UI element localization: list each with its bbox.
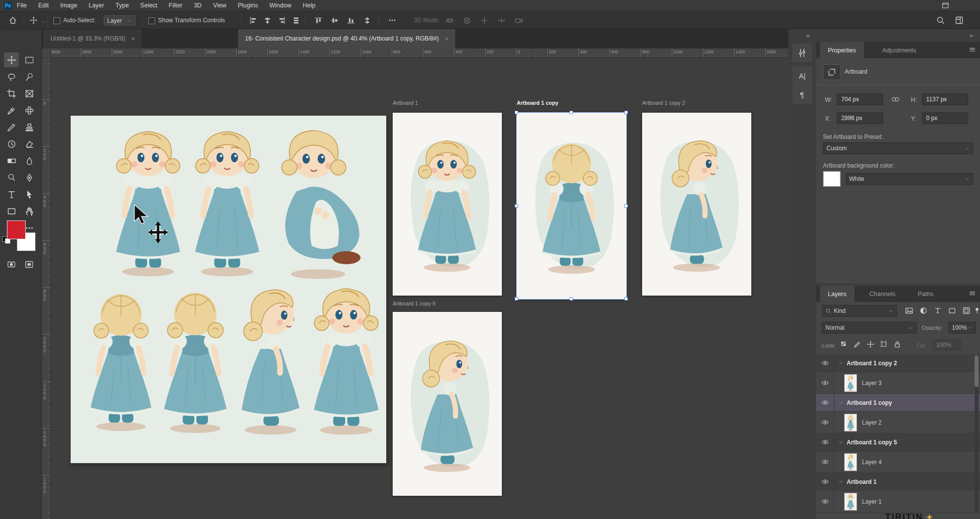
chevron-down-icon[interactable]: [838, 439, 844, 445]
artboard-1[interactable]: [393, 113, 502, 296]
chevron-down-icon[interactable]: [838, 479, 844, 484]
eye-icon[interactable]: [816, 491, 834, 512]
artboard-label-1-copy[interactable]: Artboard 1 copy: [517, 100, 558, 107]
align-bottom-icon[interactable]: [346, 15, 356, 25]
tab-paths[interactable]: Paths: [910, 286, 941, 302]
hand-tool-icon[interactable]: [22, 204, 37, 218]
selection-handle[interactable]: [570, 297, 573, 301]
selection-handle[interactable]: [515, 204, 518, 208]
canvas-pasteboard[interactable]: Artboard 1 Artboard 1 copy Artboard 1 co…: [50, 57, 788, 519]
layer-group-row[interactable]: Artboard 1 copy: [816, 394, 980, 412]
scrollbar-thumb[interactable]: [975, 355, 979, 387]
3d-camera-icon[interactable]: [514, 15, 524, 25]
crop-tool-icon[interactable]: [4, 86, 19, 101]
3d-pan-icon[interactable]: [479, 15, 489, 25]
paragraph-panel-icon[interactable]: ¶: [792, 85, 812, 104]
gradient-tool-icon[interactable]: [4, 153, 19, 168]
chevron-down-icon[interactable]: [838, 400, 844, 405]
quick-mask-icon[interactable]: [4, 257, 19, 272]
artboard-1-copy-5[interactable]: [393, 312, 502, 496]
filter-toggle-icon[interactable]: [973, 306, 980, 316]
height-field[interactable]: [922, 93, 968, 105]
eyedropper-tool-icon[interactable]: [4, 103, 19, 118]
artboard-bg-dropdown[interactable]: White: [846, 173, 973, 185]
eye-icon[interactable]: [816, 451, 834, 473]
selection-handle[interactable]: [624, 204, 628, 208]
blur-tool-icon[interactable]: [22, 153, 37, 168]
menu-help[interactable]: Help: [303, 2, 316, 9]
layer-row[interactable]: Layer 4: [816, 451, 980, 473]
menu-plugins[interactable]: Plugins: [238, 2, 258, 9]
x-field[interactable]: [837, 112, 883, 124]
layer-row[interactable]: Layer 1: [816, 491, 980, 513]
layer-group-row[interactable]: Artboard 1: [816, 473, 980, 491]
eraser-tool-icon[interactable]: [22, 136, 37, 151]
dodge-tool-icon[interactable]: [4, 170, 19, 185]
3d-roll-icon[interactable]: [462, 15, 472, 25]
link-dimensions-icon[interactable]: [891, 95, 900, 106]
selection-handle[interactable]: [570, 111, 573, 114]
eye-icon[interactable]: [816, 394, 834, 411]
workspace-icon[interactable]: [954, 15, 964, 25]
artboard-1-copy[interactable]: [517, 113, 626, 299]
align-left-icon[interactable]: [248, 15, 258, 25]
tab-channels[interactable]: Channels: [861, 286, 903, 302]
artboard-label-1-copy-2[interactable]: Artboard 1 copy 2: [642, 100, 685, 107]
search-icon[interactable]: [936, 15, 945, 25]
type-tool-icon[interactable]: [4, 187, 19, 202]
smart-object-icon[interactable]: [962, 306, 971, 317]
menu-type[interactable]: Type: [116, 2, 129, 9]
marquee-tool-icon[interactable]: [22, 52, 37, 67]
frame-tool-icon[interactable]: [22, 86, 37, 101]
fill-dropdown[interactable]: 100%: [933, 340, 961, 350]
brush-tool-icon[interactable]: [4, 120, 19, 134]
eye-icon[interactable]: [816, 412, 834, 433]
preset-dropdown[interactable]: Custom: [823, 142, 973, 154]
healing-tool-icon[interactable]: [22, 103, 37, 118]
distribute-h-icon[interactable]: [291, 15, 301, 25]
layers-scrollbar[interactable]: [975, 354, 979, 513]
eye-icon[interactable]: [816, 473, 834, 490]
type-layer-icon[interactable]: [934, 306, 942, 317]
reference-image[interactable]: [71, 116, 386, 463]
path-select-tool-icon[interactable]: [22, 187, 37, 202]
menu-image[interactable]: Image: [60, 2, 78, 9]
move-tool-icon[interactable]: [4, 52, 19, 67]
align-center-h-icon[interactable]: [262, 15, 272, 25]
window-layout-icon[interactable]: [941, 1, 949, 11]
eye-icon[interactable]: [816, 372, 834, 393]
quick-select-tool-icon[interactable]: [22, 69, 37, 84]
menu-edit[interactable]: Edit: [38, 2, 49, 9]
tool-preset-chevron-icon[interactable]: [39, 17, 48, 27]
layer-row[interactable]: Layer 3: [816, 372, 980, 394]
layer-group-row[interactable]: Artboard 1 copy 5: [816, 433, 980, 451]
tab-layers[interactable]: Layers: [820, 286, 855, 302]
lock-all-icon[interactable]: [893, 340, 901, 350]
tab-properties[interactable]: Properties: [820, 42, 864, 58]
collapse-panels-icon[interactable]: «: [806, 32, 810, 39]
document-tab-character-design[interactable]: 16- Consistent Character design.psd @ 40…: [238, 29, 456, 48]
lock-pixels-icon[interactable]: [853, 340, 861, 350]
chevron-down-icon[interactable]: [838, 360, 844, 366]
show-transform-checkbox[interactable]: [148, 17, 155, 24]
menu-filter[interactable]: Filter: [169, 2, 183, 9]
auto-select-checkbox[interactable]: [53, 17, 60, 24]
artboard-bg-swatch[interactable]: [823, 171, 841, 187]
artboard-1-copy-2[interactable]: [642, 113, 751, 296]
layer-row[interactable]: Layer 2: [816, 412, 980, 433]
foreground-color-swatch[interactable]: [7, 220, 26, 239]
lock-transparent-icon[interactable]: [840, 340, 848, 350]
selection-handle[interactable]: [624, 111, 628, 114]
align-top-icon[interactable]: [313, 15, 323, 25]
selection-handle[interactable]: [515, 111, 518, 114]
home-icon[interactable]: [8, 15, 18, 25]
lasso-tool-icon[interactable]: [4, 69, 19, 84]
panel-menu-icon[interactable]: [969, 290, 976, 299]
align-right-icon[interactable]: [277, 15, 286, 25]
menu-layer[interactable]: Layer: [88, 2, 104, 9]
blend-mode-dropdown[interactable]: Normal: [822, 322, 917, 334]
pen-tool-icon[interactable]: [22, 170, 37, 185]
expand-panels-icon[interactable]: »: [970, 32, 973, 39]
menu-view[interactable]: View: [213, 2, 226, 9]
y-field[interactable]: [922, 112, 968, 124]
